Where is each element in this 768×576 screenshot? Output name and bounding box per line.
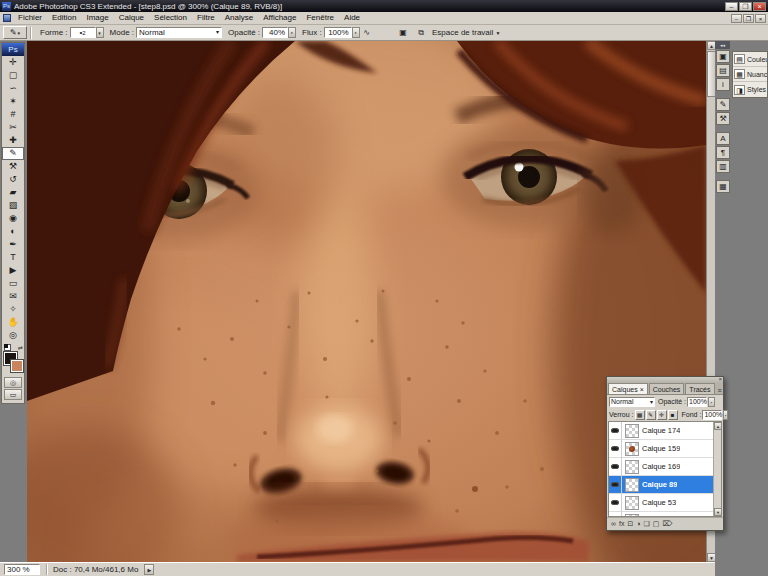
layer-visibility-toggle[interactable]: [609, 476, 622, 494]
layer-visibility-toggle[interactable]: [609, 422, 622, 440]
layer-visibility-toggle[interactable]: [609, 512, 622, 518]
panel-item-nuancier[interactable]: ▦Nuancier: [733, 67, 767, 82]
flow-field[interactable]: 100%: [324, 27, 352, 38]
paragraph-panel-icon[interactable]: ¶: [716, 146, 730, 159]
layer-list-scrollbar[interactable]: ▲▼: [713, 422, 721, 516]
lock-image-pixels-icon[interactable]: ✎: [646, 410, 656, 420]
lock-position-icon[interactable]: ✛: [657, 410, 667, 420]
scroll-up-icon[interactable]: ▲: [714, 422, 722, 430]
menu-filtre[interactable]: Filtre: [192, 13, 220, 22]
scroll-down-icon[interactable]: ▼: [714, 508, 722, 516]
menu-image[interactable]: Image: [81, 13, 113, 22]
layer-row[interactable]: Calque 53: [609, 494, 721, 512]
layer-opacity-spinner[interactable]: ‣: [708, 397, 715, 407]
layer-blend-mode-select[interactable]: Normal ▾: [609, 397, 655, 407]
close-button[interactable]: ×: [753, 2, 766, 11]
layer-row[interactable]: Calque 169: [609, 458, 721, 476]
panel-item-couleur[interactable]: ▤Couleur: [733, 52, 767, 67]
brush-preset-box[interactable]: •2: [70, 27, 96, 38]
layer-row[interactable]: Calque 174: [609, 422, 721, 440]
menu-fenetre[interactable]: Fenêtre: [301, 13, 339, 22]
healing-brush-tool[interactable]: ✚: [2, 134, 24, 147]
zoom-tool[interactable]: ◎: [2, 329, 24, 342]
tool-presets-panel-icon[interactable]: ▦: [716, 180, 730, 193]
minimize-button[interactable]: –: [725, 2, 738, 11]
layer-row[interactable]: Calque 89: [609, 476, 721, 494]
status-menu-button[interactable]: ▶: [144, 564, 154, 575]
shape-tool[interactable]: ▭: [2, 277, 24, 290]
eyedropper-tool[interactable]: ✧: [2, 303, 24, 316]
layer-row[interactable]: Calque 159: [609, 440, 721, 458]
airbrush-toggle-icon[interactable]: ∿: [360, 27, 374, 39]
marquee-tool[interactable]: ▢: [2, 69, 24, 82]
tab-traces[interactable]: Tracés: [685, 383, 714, 394]
navigator-panel-icon[interactable]: ▣: [716, 50, 730, 63]
lasso-tool[interactable]: ∽: [2, 82, 24, 95]
panel-drag-bar[interactable]: ×: [607, 377, 723, 383]
opacity-spinner[interactable]: ‣: [288, 27, 296, 38]
layer-visibility-toggle[interactable]: [609, 458, 622, 476]
tab-calques[interactable]: Calques ×: [608, 383, 648, 394]
menu-affichage[interactable]: Affichage: [258, 13, 301, 22]
menu-selection[interactable]: Sélection: [149, 13, 192, 22]
crop-tool[interactable]: #: [2, 108, 24, 121]
opacity-field[interactable]: 40%: [262, 27, 288, 38]
doc-close-button[interactable]: ×: [755, 14, 766, 23]
history-brush-tool[interactable]: ↺: [2, 173, 24, 186]
zoom-level-field[interactable]: 300 %: [4, 564, 40, 575]
layer-thumbnail[interactable]: [625, 478, 639, 492]
layer-comps-panel-icon[interactable]: ▥: [716, 160, 730, 173]
brush-tool[interactable]: ✎: [2, 147, 24, 160]
info-panel-icon[interactable]: i: [716, 78, 730, 91]
menu-fichier[interactable]: Fichier: [13, 13, 47, 22]
magic-wand-tool[interactable]: ✶: [2, 95, 24, 108]
panel-close-icon[interactable]: ×: [718, 376, 722, 383]
add-layer-mask-button[interactable]: ⊡: [627, 518, 633, 530]
type-tool[interactable]: T: [2, 251, 24, 264]
layer-opacity-field[interactable]: 100%: [687, 397, 707, 407]
canvas[interactable]: [27, 41, 706, 562]
eraser-tool[interactable]: ▰: [2, 186, 24, 199]
menu-analyse[interactable]: Analyse: [220, 13, 258, 22]
layer-row[interactable]: [609, 512, 721, 517]
maximize-button[interactable]: ❐: [739, 2, 752, 11]
notes-tool[interactable]: ✉: [2, 290, 24, 303]
layer-thumbnail[interactable]: [625, 496, 639, 510]
menu-aide[interactable]: Aide: [339, 13, 365, 22]
layer-fill-spinner[interactable]: ‣: [723, 410, 727, 420]
layer-style-button[interactable]: fx: [619, 518, 624, 530]
move-tool[interactable]: ✛: [2, 56, 24, 69]
palette-well-icon[interactable]: ▣: [396, 27, 410, 39]
doc-restore-button[interactable]: ❐: [743, 14, 754, 23]
menu-calque[interactable]: Calque: [114, 13, 149, 22]
brushes-panel-icon[interactable]: ✎: [716, 98, 730, 111]
background-color-swatch[interactable]: [11, 360, 23, 372]
layer-thumbnail[interactable]: [625, 424, 639, 438]
swap-colors-icon[interactable]: ⇄: [18, 344, 23, 351]
quick-mask-button[interactable]: ◎: [4, 377, 22, 388]
dock-collapse-button[interactable]: ◂◂: [715, 41, 730, 49]
flow-spinner[interactable]: ‣: [352, 27, 360, 38]
go-to-bridge-icon[interactable]: ⧉: [414, 27, 428, 39]
blend-mode-select[interactable]: Normal ▾: [136, 27, 222, 38]
delete-layer-button[interactable]: ⌦: [662, 518, 672, 530]
lock-all-icon[interactable]: ■: [668, 410, 678, 420]
default-colors-icon[interactable]: [4, 344, 11, 351]
character-panel-icon[interactable]: A: [716, 132, 730, 145]
panel-item-styles[interactable]: ◨Styles: [733, 82, 767, 97]
lock-transparent-pixels-icon[interactable]: ▦: [635, 410, 645, 420]
layer-visibility-toggle[interactable]: [609, 494, 622, 512]
hand-tool[interactable]: ✋: [2, 316, 24, 329]
dodge-tool[interactable]: ◐: [2, 225, 24, 238]
layer-visibility-toggle[interactable]: [609, 440, 622, 458]
histogram-panel-icon[interactable]: ▤: [716, 64, 730, 77]
tab-couches[interactable]: Couches: [649, 383, 685, 394]
new-group-button[interactable]: ❏: [644, 518, 650, 530]
blur-tool[interactable]: ◉: [2, 212, 24, 225]
doc-minimize-button[interactable]: –: [731, 14, 742, 23]
workspace-menu[interactable]: Espace de travail ▼: [432, 28, 501, 37]
gradient-tool[interactable]: ▨: [2, 199, 24, 212]
pen-tool[interactable]: ✒: [2, 238, 24, 251]
path-select-tool[interactable]: ▶: [2, 264, 24, 277]
adjustment-layer-button[interactable]: ◑: [636, 518, 640, 530]
